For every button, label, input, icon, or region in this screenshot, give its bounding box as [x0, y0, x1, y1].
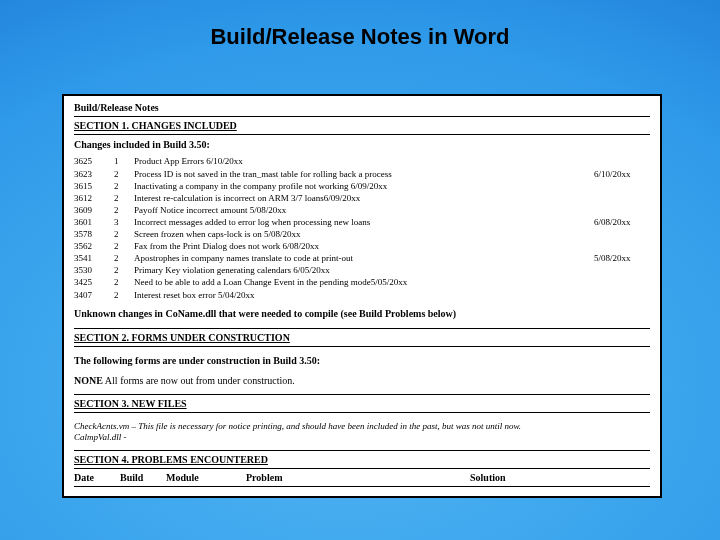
- rule: [74, 486, 650, 487]
- cell-build: 2: [114, 193, 134, 204]
- cell-id: 3625: [74, 156, 114, 167]
- table-row: 35782Screen frozen when caps-lock is on …: [74, 229, 650, 240]
- cell-id: 3407: [74, 290, 114, 301]
- section2-body-rest: All forms are now out from under constru…: [103, 375, 295, 386]
- cell-build: 2: [114, 253, 134, 264]
- cell-desc: Fax from the Print Dialog does not work …: [134, 241, 594, 252]
- document: Build/Release Notes SECTION 1. CHANGES I…: [62, 94, 662, 498]
- table-row: 34072Interest reset box error 5/04/20xx: [74, 290, 650, 301]
- table-row: 36122Interest re-calculation is incorrec…: [74, 193, 650, 204]
- cell-id: 3609: [74, 205, 114, 216]
- cell-desc: Incorrect messages added to error log wh…: [134, 217, 594, 228]
- cell-id: 3623: [74, 169, 114, 180]
- cell-build: 2: [114, 229, 134, 240]
- rule: [74, 346, 650, 347]
- cell-id: 3541: [74, 253, 114, 264]
- table-row: 36152Inactivating a company in the compa…: [74, 181, 650, 192]
- new-file-1: CheckAcnts.vm – This file is necessary f…: [74, 421, 650, 432]
- cell-build: 2: [114, 181, 134, 192]
- cell-id: 3578: [74, 229, 114, 240]
- cell-desc: Screen frozen when caps-lock is on 5/08/…: [134, 229, 594, 240]
- cell-desc: Need to be able to add a Loan Change Eve…: [134, 277, 594, 288]
- cell-desc: Interest reset box error 5/04/20xx: [134, 290, 594, 301]
- section4-title: SECTION 4. PROBLEMS ENCOUNTERED: [74, 454, 650, 466]
- changes-table: 36251Product App Errors 6/10/20xx 36232P…: [74, 156, 650, 300]
- none-label: NONE: [74, 375, 103, 386]
- cell-id: 3562: [74, 241, 114, 252]
- cell-id: 3601: [74, 217, 114, 228]
- cell-id: 3425: [74, 277, 114, 288]
- rule: [74, 468, 650, 469]
- cell-build: 2: [114, 241, 134, 252]
- cell-build: 2: [114, 205, 134, 216]
- col-module: Module: [166, 472, 246, 484]
- section4-headers: Date Build Module Problem Solution: [74, 472, 650, 484]
- section2-title: SECTION 2. FORMS UNDER CONSTRUCTION: [74, 332, 650, 344]
- cell-desc: Primary Key violation generating calenda…: [134, 265, 594, 276]
- cell-id: 3615: [74, 181, 114, 192]
- file-name: CheckAcnts.vm: [74, 421, 129, 431]
- table-row: 35622Fax from the Print Dialog does not …: [74, 241, 650, 252]
- table-row: 35302Primary Key violation generating ca…: [74, 265, 650, 276]
- cell-desc: Process ID is not saved in the tran_mast…: [134, 169, 594, 180]
- cell-build: 2: [114, 290, 134, 301]
- rule: [74, 394, 650, 395]
- cell-build: 1: [114, 156, 134, 167]
- cell-desc: Inactivating a company in the company pr…: [134, 181, 594, 192]
- rule: [74, 450, 650, 451]
- cell-build: 2: [114, 277, 134, 288]
- slide: Build/Release Notes in Word Build/Releas…: [0, 0, 720, 540]
- slide-title: Build/Release Notes in Word: [0, 24, 720, 50]
- table-row: 34252Need to be able to add a Loan Chang…: [74, 277, 650, 288]
- section3-title: SECTION 3. NEW FILES: [74, 398, 650, 410]
- section2-subtitle: The following forms are under constructi…: [74, 355, 650, 367]
- doc-heading: Build/Release Notes: [74, 102, 650, 114]
- section2-body: NONE All forms are now out from under co…: [74, 375, 650, 387]
- cell-build: 2: [114, 169, 134, 180]
- cell-desc: Apostrophes in company names translate t…: [134, 253, 594, 264]
- new-file-2: CalmpVal.dll -: [74, 432, 650, 443]
- col-solution: Solution: [470, 472, 650, 484]
- rule: [74, 412, 650, 413]
- cell-desc: Interest re-calculation is incorrect on …: [134, 193, 594, 204]
- rule: [74, 116, 650, 117]
- col-date: Date: [74, 472, 120, 484]
- cell-desc: Product App Errors 6/10/20xx: [134, 156, 594, 167]
- table-row: 36232Process ID is not saved in the tran…: [74, 169, 650, 180]
- table-row: 35412Apostrophes in company names transl…: [74, 253, 650, 264]
- table-row: 36092Payoff Notice incorrect amount 5/08…: [74, 205, 650, 216]
- cell-build: 2: [114, 265, 134, 276]
- cell-date: 5/08/20xx: [594, 253, 650, 264]
- file-desc: – This file is necessary for notice prin…: [129, 421, 521, 431]
- cell-date: 6/08/20xx: [594, 217, 650, 228]
- cell-desc: Payoff Notice incorrect amount 5/08/20xx: [134, 205, 594, 216]
- rule: [74, 134, 650, 135]
- section1-subtitle: Changes included in Build 3.50:: [74, 139, 650, 151]
- cell-build: 3: [114, 217, 134, 228]
- table-row: 36013Incorrect messages added to error l…: [74, 217, 650, 228]
- col-problem: Problem: [246, 472, 470, 484]
- section1-title: SECTION 1. CHANGES INCLUDED: [74, 120, 650, 132]
- rule: [74, 328, 650, 329]
- col-build: Build: [120, 472, 166, 484]
- table-row: 36251Product App Errors 6/10/20xx: [74, 156, 650, 167]
- cell-id: 3530: [74, 265, 114, 276]
- cell-date: 6/10/20xx: [594, 169, 650, 180]
- cell-id: 3612: [74, 193, 114, 204]
- unknown-changes: Unknown changes in CoName.dll that were …: [74, 308, 650, 320]
